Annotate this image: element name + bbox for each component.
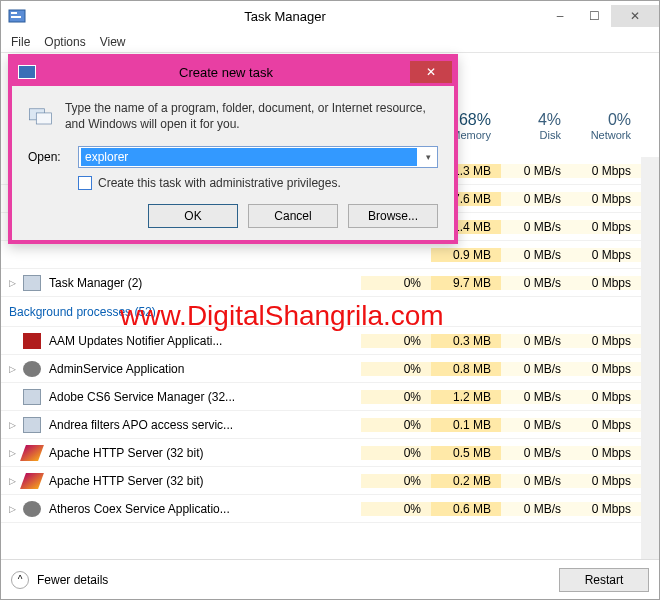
- expand-icon[interactable]: ▷: [1, 448, 23, 458]
- network-cell: 0 Mbps: [571, 418, 641, 432]
- expand-icon[interactable]: ▷: [1, 420, 23, 430]
- cancel-button[interactable]: Cancel: [248, 204, 338, 228]
- dialog-description: Type the name of a program, folder, docu…: [65, 100, 438, 132]
- menu-file[interactable]: File: [11, 35, 30, 49]
- network-cell: 0 Mbps: [571, 474, 641, 488]
- run-program-icon: [28, 100, 53, 130]
- menubar: File Options View: [1, 31, 659, 53]
- memory-cell: 0.9 MB: [431, 248, 501, 262]
- admin-checkbox[interactable]: [78, 176, 92, 190]
- process-icon: [23, 275, 41, 291]
- menu-options[interactable]: Options: [44, 35, 85, 49]
- restart-button[interactable]: Restart: [559, 568, 649, 592]
- process-name: Task Manager (2): [47, 276, 361, 290]
- admin-checkbox-label: Create this task with administrative pri…: [98, 176, 341, 190]
- svg-rect-4: [36, 113, 51, 124]
- chevron-down-icon[interactable]: ▾: [419, 152, 437, 162]
- process-row[interactable]: 0.9 MB0 MB/s0 Mbps: [1, 241, 659, 269]
- disk-cell: 0 MB/s: [501, 276, 571, 290]
- dialog-close-button[interactable]: ✕: [410, 61, 452, 83]
- col-disk[interactable]: 4% Disk: [501, 107, 571, 149]
- task-manager-icon: [7, 6, 27, 26]
- close-button[interactable]: ✕: [611, 5, 659, 27]
- cpu-cell: 0%: [361, 446, 431, 460]
- network-cell: 0 Mbps: [571, 248, 641, 262]
- process-row[interactable]: ▷Apache HTTP Server (32 bit)0%0.2 MB0 MB…: [1, 467, 659, 495]
- cpu-cell: 0%: [361, 362, 431, 376]
- dialog-title: Create new task: [42, 65, 410, 80]
- memory-cell: 9.7 MB: [431, 276, 501, 290]
- network-cell: 0 Mbps: [571, 164, 641, 178]
- process-row[interactable]: ▷AdminService Application0%0.8 MB0 MB/s0…: [1, 355, 659, 383]
- cpu-cell: 0%: [361, 418, 431, 432]
- ok-button[interactable]: OK: [148, 204, 238, 228]
- disk-cell: 0 MB/s: [501, 164, 571, 178]
- network-cell: 0 Mbps: [571, 192, 641, 206]
- memory-cell: 0.3 MB: [431, 334, 501, 348]
- process-row[interactable]: Adobe CS6 Service Manager (32...0%1.2 MB…: [1, 383, 659, 411]
- col-network[interactable]: 0% Network: [571, 107, 641, 149]
- network-cell: 0 Mbps: [571, 390, 641, 404]
- open-input[interactable]: [81, 148, 417, 166]
- expand-icon[interactable]: ▷: [1, 278, 23, 288]
- process-row[interactable]: ▷Apache HTTP Server (32 bit)0%0.5 MB0 MB…: [1, 439, 659, 467]
- maximize-button[interactable]: ☐: [577, 5, 611, 27]
- chevron-up-icon[interactable]: ^: [11, 571, 29, 589]
- window-title: Task Manager: [27, 9, 543, 24]
- memory-cell: 0.6 MB: [431, 502, 501, 516]
- process-icon: [23, 247, 41, 263]
- expand-icon[interactable]: ▷: [1, 504, 23, 514]
- expand-icon[interactable]: ▷: [1, 364, 23, 374]
- network-cell: 0 Mbps: [571, 446, 641, 460]
- process-name: Andrea filters APO access servic...: [47, 418, 361, 432]
- browse-button[interactable]: Browse...: [348, 204, 438, 228]
- process-name: AdminService Application: [47, 362, 361, 376]
- network-cell: 0 Mbps: [571, 276, 641, 290]
- disk-cell: 0 MB/s: [501, 474, 571, 488]
- cpu-cell: 0%: [361, 390, 431, 404]
- titlebar: Task Manager – ☐ ✕: [1, 1, 659, 31]
- run-icon: [18, 65, 36, 79]
- expand-icon[interactable]: ▷: [1, 476, 23, 486]
- background-processes-header: Background processes (52): [1, 297, 659, 327]
- minimize-button[interactable]: –: [543, 5, 577, 27]
- process-icon: [23, 417, 41, 433]
- process-name: Apache HTTP Server (32 bit): [47, 474, 361, 488]
- fewer-details-link[interactable]: Fewer details: [37, 573, 108, 587]
- network-cell: 0 Mbps: [571, 334, 641, 348]
- memory-cell: 0.2 MB: [431, 474, 501, 488]
- cpu-cell: 0%: [361, 502, 431, 516]
- cpu-cell: 0%: [361, 474, 431, 488]
- process-row[interactable]: ▷Atheros Coex Service Applicatio...0%0.6…: [1, 495, 659, 523]
- process-row[interactable]: ▷Task Manager (2)0%9.7 MB0 MB/s0 Mbps: [1, 269, 659, 297]
- disk-cell: 0 MB/s: [501, 446, 571, 460]
- network-cell: 0 Mbps: [571, 220, 641, 234]
- process-row[interactable]: AAM Updates Notifier Applicati...0%0.3 M…: [1, 327, 659, 355]
- process-name: AAM Updates Notifier Applicati...: [47, 334, 361, 348]
- disk-cell: 0 MB/s: [501, 334, 571, 348]
- disk-cell: 0 MB/s: [501, 502, 571, 516]
- disk-cell: 0 MB/s: [501, 192, 571, 206]
- process-name: Adobe CS6 Service Manager (32...: [47, 390, 361, 404]
- process-icon: [23, 333, 41, 349]
- memory-cell: 1.2 MB: [431, 390, 501, 404]
- disk-cell: 0 MB/s: [501, 248, 571, 262]
- disk-cell: 0 MB/s: [501, 418, 571, 432]
- disk-cell: 0 MB/s: [501, 220, 571, 234]
- menu-view[interactable]: View: [100, 35, 126, 49]
- svg-rect-1: [11, 12, 17, 14]
- process-row[interactable]: ▷Andrea filters APO access servic...0%0.…: [1, 411, 659, 439]
- network-cell: 0 Mbps: [571, 502, 641, 516]
- dialog-titlebar: Create new task ✕: [12, 58, 454, 86]
- disk-cell: 0 MB/s: [501, 390, 571, 404]
- create-new-task-dialog: Create new task ✕ Type the name of a pro…: [8, 54, 458, 244]
- network-cell: 0 Mbps: [571, 362, 641, 376]
- cpu-cell: 0%: [361, 276, 431, 290]
- scrollbar[interactable]: [641, 157, 659, 559]
- process-name: Atheros Coex Service Applicatio...: [47, 502, 361, 516]
- process-name: Apache HTTP Server (32 bit): [47, 446, 361, 460]
- open-combobox[interactable]: ▾: [78, 146, 438, 168]
- process-icon: [23, 389, 41, 405]
- disk-cell: 0 MB/s: [501, 362, 571, 376]
- process-icon: [23, 501, 41, 517]
